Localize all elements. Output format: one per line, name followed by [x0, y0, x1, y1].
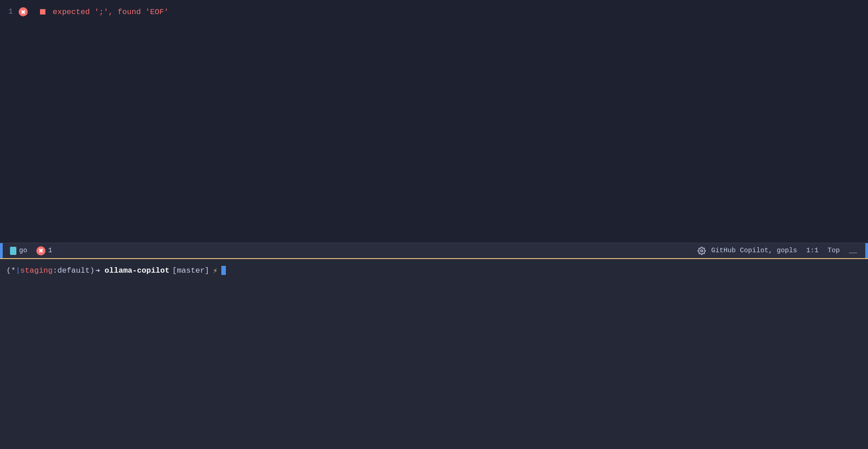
- prompt-context: staging: [20, 266, 53, 275]
- prompt-project: ollama-copilot: [105, 266, 170, 275]
- line-number: 1: [0, 8, 18, 16]
- language-label: go: [19, 247, 27, 254]
- prompt-open: (*: [6, 266, 15, 275]
- status-left: go 1: [5, 243, 698, 259]
- error-square-icon: [40, 9, 45, 15]
- terminal-area[interactable]: (* | staging : default ) ➜ ollama-copilo…: [0, 258, 868, 449]
- status-left-accent: [0, 243, 3, 259]
- prompt-colon: :: [53, 266, 57, 275]
- error-line-row: 1 expected ';', found 'EOF': [0, 4, 868, 20]
- svg-point-0: [701, 249, 703, 252]
- prompt-pipe: |: [15, 266, 20, 275]
- language-indicator[interactable]: go: [5, 243, 32, 259]
- editor-area: 1 expected ';', found 'EOF': [0, 0, 868, 243]
- prompt-namespace: default: [57, 266, 90, 275]
- prompt-arrow: ➜: [95, 266, 100, 275]
- error-icon: [18, 7, 28, 17]
- cursor-position: 1:1: [803, 247, 822, 254]
- gear-icon[interactable]: [698, 247, 706, 255]
- blank-status: __: [845, 247, 861, 254]
- error-count-indicator[interactable]: 1: [32, 243, 57, 259]
- prompt-close: ): [90, 266, 95, 275]
- status-right: GitHub Copilot, gopls 1:1 Top __: [698, 243, 864, 259]
- prompt-lightning-icon: ⚡: [213, 266, 218, 275]
- terminal-cursor: [221, 266, 226, 275]
- error-circle-icon: [19, 7, 28, 16]
- error-status-icon: [36, 246, 45, 255]
- terminal-content[interactable]: [0, 282, 868, 449]
- error-count-label: 1: [48, 247, 52, 254]
- copilot-label: GitHub Copilot, gopls: [708, 247, 801, 254]
- terminal-prompt-line: (* | staging : default ) ➜ ollama-copilo…: [0, 259, 868, 282]
- scroll-position: Top: [824, 247, 843, 254]
- status-right-accent: [865, 243, 868, 259]
- prompt-branch: [master]: [172, 266, 210, 275]
- go-file-icon: [10, 247, 16, 255]
- status-bar: go 1 GitHub Copilot, gopls 1:1 Top __: [0, 243, 868, 258]
- error-message: expected ';', found 'EOF': [53, 8, 169, 16]
